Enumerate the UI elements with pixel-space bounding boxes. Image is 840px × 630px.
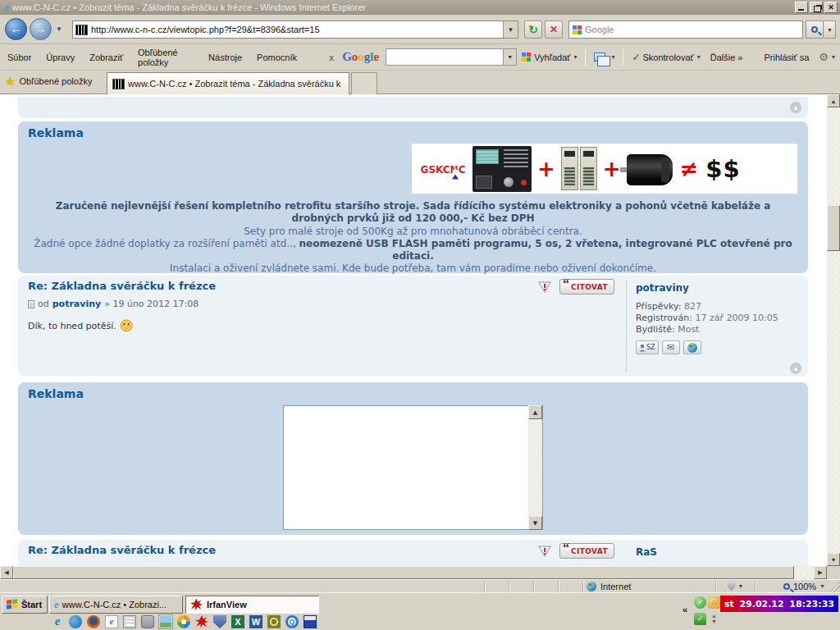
taskbar: Štart e www.C-N-C.cz • Zobrazi... IrfanV… — [0, 592, 840, 630]
magnifier-icon — [811, 26, 818, 33]
profile-name-link[interactable]: potraviny — [636, 282, 689, 294]
post-title[interactable]: Re: Základna svěráčku k frézce — [28, 280, 216, 292]
address-input[interactable] — [91, 22, 503, 37]
refresh-button[interactable]: ↻ — [524, 21, 542, 39]
frame-scrollbar[interactable]: ▲ ▼ — [528, 406, 542, 529]
zoom-control[interactable]: 100% ▼ — [755, 580, 829, 592]
google-search-combo[interactable]: ▼ — [386, 48, 517, 66]
history-dropdown-icon[interactable]: ▼ — [56, 25, 62, 33]
back-button[interactable]: ← — [5, 18, 27, 40]
report-button[interactable] — [538, 545, 551, 557]
scrollbar-thumb[interactable] — [827, 205, 840, 251]
menu-item-file[interactable]: Súbor — [0, 49, 39, 66]
search-box[interactable] — [568, 21, 803, 39]
quicklaunch-excel-icon[interactable]: X — [231, 615, 244, 628]
google-search-input[interactable] — [386, 50, 503, 64]
toolbar-close-icon[interactable]: x — [329, 52, 334, 62]
task-button-irfanview[interactable]: IrfanView — [185, 596, 319, 614]
plus-sign: + — [537, 157, 555, 181]
tray-folder-check-icon[interactable]: ✓ — [694, 613, 706, 625]
gtb-spellcheck-button[interactable]: ✓ Skontrolovať▾ — [627, 49, 705, 66]
gtb-wrench-button[interactable]: ⚙ ▾ — [814, 48, 840, 66]
address-dropdown[interactable]: ▼ — [503, 21, 518, 38]
share-windows-icon — [594, 52, 605, 62]
quicklaunch-quicktime-icon[interactable]: Q — [285, 615, 299, 628]
quicklaunch-shield-icon[interactable] — [213, 615, 226, 628]
menu-item-favorites[interactable]: Obľúbené položky — [130, 44, 201, 71]
irfanview-icon — [190, 599, 203, 611]
restore-button[interactable] — [810, 2, 823, 13]
tray-status-check-icon[interactable]: ✓ — [694, 596, 706, 609]
favorites-button[interactable]: ★ Obľúbené položky — [5, 75, 92, 88]
tray-collapse-button[interactable]: « — [682, 605, 687, 614]
quicklaunch-thunderbird-icon[interactable] — [69, 615, 82, 628]
report-button[interactable] — [538, 281, 551, 293]
tray-gold-lock-icon[interactable]: ⌂ — [708, 596, 720, 609]
ad-banner[interactable]: GSKCNC + + ≠ $$ — [412, 144, 797, 194]
ad-text: Zaručeně nejlevnější řešení kompletního … — [18, 200, 808, 275]
quicklaunch-internet-explorer-icon[interactable]: e — [51, 615, 64, 628]
frame-scroll-down-button[interactable]: ▼ — [528, 516, 542, 530]
protected-mode-pane[interactable]: ▼ — [715, 580, 755, 592]
scrollbar-thumb[interactable] — [13, 566, 794, 579]
ad-frame[interactable]: ▲ ▼ — [283, 405, 543, 530]
scroll-top-button[interactable]: ▲ — [790, 102, 801, 113]
quicklaunch-word-icon[interactable]: W — [249, 615, 262, 628]
website-button[interactable] — [683, 340, 701, 354]
tray-sync-arrows-icon[interactable]: ▲▼ — [708, 613, 720, 625]
search-dropdown[interactable]: ▼ — [824, 21, 836, 39]
menu-item-help[interactable]: Pomocník — [249, 49, 304, 66]
start-button[interactable]: Štart — [2, 596, 48, 614]
task-button-ie[interactable]: e www.C-N-C.cz • Zobrazi... — [49, 596, 183, 614]
quicklaunch-floppy-icon[interactable] — [304, 615, 317, 628]
post-title[interactable]: Re: Základna svěráčku k frézce — [28, 544, 216, 556]
gsk-brand-text: GSKCNC — [417, 164, 469, 176]
ie-window: e www.C-N-C.cz • Zobrazit téma - Základn… — [0, 0, 840, 630]
quicklaunch-photo-viewer-icon[interactable] — [159, 615, 172, 628]
scroll-left-button[interactable]: ◀ — [0, 566, 13, 579]
email-button[interactable]: ✉ — [662, 340, 680, 354]
tab-active[interactable]: www.C-N-C.cz • Zobrazit téma - Základna … — [107, 72, 349, 94]
scroll-top-button[interactable]: ▲ — [790, 363, 801, 374]
quicklaunch-text-document-icon[interactable] — [123, 615, 136, 628]
menu-item-edit[interactable]: Úpravy — [39, 49, 82, 66]
status-pane — [558, 580, 582, 592]
frame-scroll-up-button[interactable]: ▲ — [528, 405, 542, 419]
forward-button[interactable]: → — [30, 18, 52, 40]
quicklaunch-firefox-icon[interactable] — [87, 615, 100, 628]
profile-name-link[interactable]: RaS — [636, 546, 657, 558]
gtb-search-button[interactable]: Vyhľadať▾ — [517, 50, 582, 65]
minimize-button[interactable] — [795, 2, 808, 13]
quicklaunch-irfanview-icon[interactable] — [195, 615, 208, 628]
horizontal-scrollbar[interactable]: ◀ ▶ — [0, 566, 827, 579]
resize-grip[interactable] — [829, 581, 840, 592]
quicklaunch-olive-app-icon[interactable] — [267, 615, 281, 628]
new-tab-stub[interactable] — [351, 72, 377, 94]
scroll-right-button[interactable]: ▶ — [814, 566, 827, 579]
search-input[interactable] — [585, 25, 802, 34]
menu-item-tools[interactable]: Nástroje — [201, 49, 249, 66]
gtb-signin-button[interactable]: Prihlásiť sa — [759, 50, 814, 65]
tab-bar: ★ Obľúbené položky www.C-N-C.cz • Zobraz… — [0, 71, 840, 94]
private-message-button[interactable]: SZ — [636, 340, 659, 354]
tray-clock[interactable]: st 29.02.12 18:23:33 — [720, 596, 838, 612]
scroll-up-button[interactable]: ▲ — [827, 94, 840, 107]
google-search-dropdown[interactable]: ▼ — [503, 49, 516, 65]
search-button[interactable] — [806, 21, 824, 39]
stop-button[interactable]: ✕ — [545, 21, 563, 39]
close-button[interactable]: ✕ — [824, 2, 838, 13]
person-icon — [639, 344, 646, 352]
quicklaunch-device-icon[interactable] — [141, 615, 154, 628]
quicklaunch-ie-document-icon[interactable]: e — [105, 615, 118, 628]
vertical-scrollbar[interactable]: ▲ ▼ — [827, 94, 840, 566]
gtb-more-button[interactable]: Ďalšie » — [705, 50, 748, 65]
gtb-share-button[interactable]: ▾ — [589, 50, 619, 64]
quote-button[interactable]: “ CITOVAT — [559, 279, 614, 294]
address-bar[interactable]: ▼ — [72, 21, 518, 39]
scroll-down-button[interactable]: ▼ — [827, 553, 840, 566]
post-author-link[interactable]: potraviny — [52, 299, 101, 309]
security-zone-pane[interactable]: Internet — [582, 580, 715, 592]
menu-item-view[interactable]: Zobraziť — [82, 49, 130, 66]
quicklaunch-media-player-icon[interactable] — [177, 615, 190, 628]
quote-button[interactable]: “ CITOVAT — [559, 543, 614, 559]
